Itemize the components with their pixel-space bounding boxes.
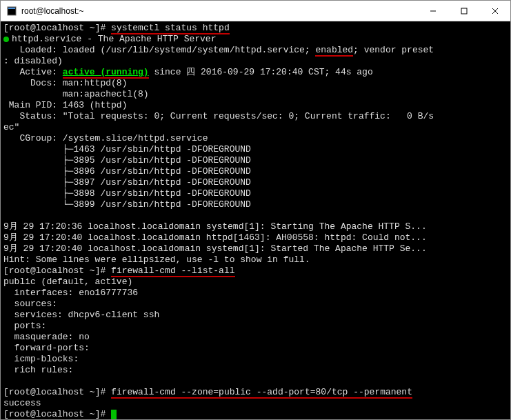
command-3: firewall-cmd --zone=public --add-port=80…	[111, 387, 412, 399]
maximize-button[interactable]	[448, 1, 479, 21]
svg-rect-1	[8, 8, 15, 9]
status-line: Status: "Total requests: 0; Current requ…	[3, 111, 434, 121]
terminal[interactable]: [root@localhost ~]# systemctl status htt…	[1, 21, 510, 419]
close-button[interactable]	[479, 1, 510, 21]
prompt-4: [root@localhost ~]#	[3, 409, 106, 419]
fw-masq: masquerade: no	[3, 332, 90, 342]
command-1: systemctl status httpd	[111, 23, 230, 34]
fw-fwdports: forward-ports:	[3, 343, 90, 353]
process-3: ├─3896 /usr/sbin/httpd -DFOREGROUND	[3, 166, 251, 177]
process-4: ├─3897 /usr/sbin/httpd -DFOREGROUND	[3, 177, 251, 188]
process-5: ├─3898 /usr/sbin/httpd -DFOREGROUND	[3, 188, 251, 199]
fw-interfaces: interfaces: eno16777736	[3, 288, 138, 298]
mainpid-line: Main PID: 1463 (httpd)	[3, 100, 127, 110]
fw-services: services: dhcpv6-client ssh	[3, 310, 159, 320]
docs-line-1: Docs: man:httpd(8)	[3, 78, 127, 88]
window-title: root@localhost:~	[21, 6, 417, 16]
cgroup-line: CGroup: /system.slice/httpd.service	[3, 133, 208, 143]
disabled-line: : disabled)	[3, 56, 63, 66]
service-dot	[3, 34, 12, 44]
fw-icmp: icmp-blocks:	[3, 354, 79, 364]
svg-rect-3	[461, 8, 467, 14]
loaded-line: Loaded: loaded (/usr/lib/systemd/system/…	[3, 45, 434, 57]
command-2: firewall-cmd --list-all	[111, 266, 234, 277]
success-line: success	[3, 398, 41, 408]
window: root@localhost:~ [root@localhost ~]# sys…	[0, 0, 511, 420]
process-6: └─3899 /usr/sbin/httpd -DFOREGROUND	[3, 199, 251, 210]
log-line-2: 9月 29 17:20:40 localhost.localdomain htt…	[3, 232, 427, 243]
titlebar[interactable]: root@localhost:~	[1, 1, 510, 21]
terminal-icon	[6, 6, 17, 17]
fw-zone: public (default, active)	[3, 277, 132, 287]
fw-rich: rich rules:	[3, 365, 73, 375]
process-2: ├─3895 /usr/sbin/httpd -DFOREGROUND	[3, 155, 251, 166]
minimize-button[interactable]	[417, 1, 448, 21]
docs-line-2: man:apachectl(8)	[3, 89, 149, 99]
prompt: [root@localhost ~]#	[3, 23, 106, 33]
log-line-1: 9月 29 17:20:36 localhost.localdomain sys…	[3, 221, 427, 232]
cursor	[111, 410, 117, 419]
prompt-2: [root@localhost ~]#	[3, 266, 106, 276]
window-controls	[417, 1, 510, 21]
hint-line: Hint: Some lines were ellipsized, use -l…	[3, 254, 310, 265]
service-name: httpd.service - The Apache HTTP Server	[12, 34, 216, 44]
active-line: Active: active (running) since 四 2016-09…	[3, 67, 373, 79]
process-1: ├─1463 /usr/sbin/httpd -DFOREGROUND	[3, 144, 251, 154]
log-line-3: 9月 29 17:20:40 localhost.localdomain sys…	[3, 243, 427, 254]
prompt-3: [root@localhost ~]#	[3, 387, 106, 397]
fw-ports: ports:	[3, 321, 46, 331]
status-line-2: ec"	[3, 122, 19, 132]
fw-sources: sources:	[3, 299, 57, 309]
